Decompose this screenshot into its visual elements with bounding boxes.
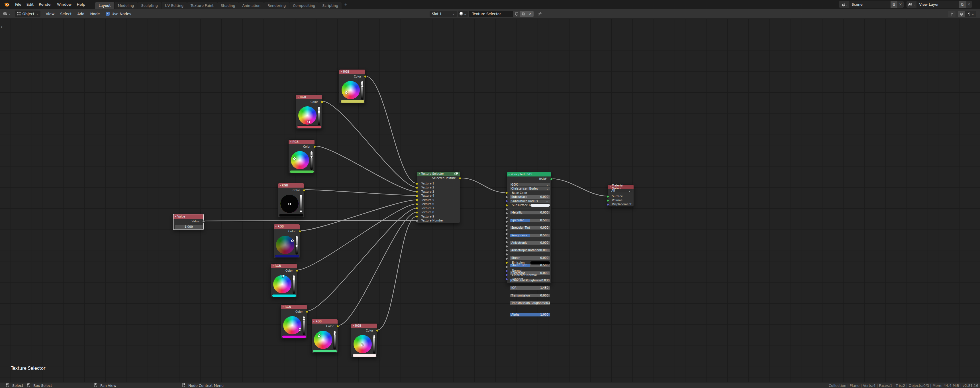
slider-specular[interactable]: Specular0.500	[510, 219, 550, 222]
slider-transmission-roughness[interactable]: Transmission Roughness0.000	[510, 301, 550, 305]
color-swatch[interactable]	[275, 255, 299, 258]
input-socket-metallic[interactable]	[505, 208, 508, 211]
tab-scripting[interactable]: Scripting	[319, 2, 342, 9]
collapse-icon[interactable]: ▾	[290, 141, 291, 143]
slider-ior[interactable]: IOR1.450	[510, 286, 550, 290]
rgb-node-3[interactable]: ▾RGBColor	[288, 139, 315, 174]
color-output-socket[interactable]	[321, 101, 323, 103]
view-layer-icon[interactable]: ⌄	[907, 1, 916, 8]
slider-specular-tint[interactable]: Specular Tint0.000	[510, 226, 550, 230]
input-socket-alpha[interactable]	[505, 266, 508, 268]
material-output-node[interactable]: ▾Material OutputAll⌄SurfaceVolumeDisplac…	[608, 184, 634, 207]
value-number-field[interactable]: 1.000	[175, 225, 202, 229]
input-socket-anisotropic[interactable]	[505, 225, 508, 227]
color-output-socket[interactable]	[296, 270, 298, 272]
collapse-icon[interactable]: ▾	[298, 96, 299, 98]
value-slider-handle[interactable]	[310, 155, 313, 158]
scene-icon[interactable]: ⌄	[839, 1, 849, 8]
color-swatch[interactable]	[297, 125, 321, 128]
collapse-icon[interactable]: ▾	[275, 225, 277, 228]
view-layer-copy-button[interactable]: ⧉	[959, 1, 966, 8]
color-swatch[interactable]	[352, 354, 377, 357]
tab-modeling[interactable]: Modeling	[115, 2, 138, 9]
input-socket-roughness[interactable]	[505, 220, 508, 223]
add-workspace-button[interactable]: +	[342, 1, 350, 8]
input-socket-texture-9[interactable]	[416, 215, 418, 218]
wheel-cursor[interactable]	[288, 203, 291, 205]
tab-rendering[interactable]: Rendering	[264, 2, 289, 9]
target-dropdown[interactable]: All⌄	[610, 189, 632, 192]
slider-metallic[interactable]: Metallic0.000	[510, 211, 550, 214]
input-socket-texture-1[interactable]	[416, 182, 418, 185]
collapse-icon[interactable]: ▾	[419, 173, 420, 175]
dropdown-subsurface-radius[interactable]: Subsurface Radius⌄	[510, 200, 550, 203]
principled-bsdf-node[interactable]: ▾Principled BSDFBSDFGGX⌄Christensen-Burl…	[506, 172, 552, 284]
snap-mode-dropdown[interactable]: ⌄	[965, 11, 976, 17]
color-output-socket[interactable]	[299, 230, 301, 233]
color-output-socket[interactable]	[364, 75, 367, 78]
rgb-node-6[interactable]: ▾RGBColor	[270, 263, 297, 298]
rgb-node-1[interactable]: ▾RGBColor	[339, 69, 366, 104]
color-swatch[interactable]	[313, 350, 337, 353]
collapse-icon[interactable]: ▾	[273, 265, 274, 267]
wheel-cursor[interactable]	[293, 157, 296, 160]
input-socket-transmission[interactable]	[505, 253, 508, 256]
color-output-socket[interactable]	[376, 329, 379, 332]
value-slider[interactable]	[318, 106, 320, 125]
collapse-icon[interactable]: ▾	[283, 306, 284, 308]
input-socket-texture-5[interactable]	[416, 199, 418, 201]
collapse-icon[interactable]: ▾	[175, 216, 177, 218]
input-socket-emission[interactable]	[505, 262, 508, 264]
scene-copy-button[interactable]: ⧉	[891, 1, 897, 8]
rgb-node-9[interactable]: ▾RGBColor	[351, 323, 377, 358]
color-swatch[interactable]	[279, 214, 304, 217]
rgb-node-3-header[interactable]: ▾RGB	[289, 140, 315, 144]
rgb-node-5[interactable]: ▾RGBColor	[274, 224, 300, 258]
input-socket-texture-7[interactable]	[416, 207, 418, 209]
value-slider-handle[interactable]	[361, 85, 364, 88]
value-slider[interactable]	[361, 81, 364, 100]
value-slider-handle[interactable]	[302, 318, 305, 321]
scene-unlink-button[interactable]: ✕	[897, 1, 904, 8]
input-socket-sheen-tint[interactable]	[505, 237, 508, 240]
collapse-icon[interactable]: ▾	[353, 325, 354, 327]
value-node[interactable]: ▾ValueValue1.000	[173, 214, 204, 230]
selected-texture-output-socket[interactable]	[459, 177, 461, 180]
input-socket-specular[interactable]	[505, 212, 508, 215]
rgb-node-2[interactable]: ▾RGBColor	[296, 95, 322, 129]
texture-selector-group-node-header[interactable]: ▾Texture Selector	[417, 172, 460, 176]
input-socket-clearcoat[interactable]	[505, 241, 508, 243]
slider-anisotropic-rotation[interactable]: Anisotropic Rotation0.000	[510, 249, 550, 252]
slider-anisotropic[interactable]: Anisotropic0.000	[510, 241, 550, 244]
use-nodes-toggle[interactable]: ✓ Use Nodes	[106, 12, 131, 16]
material-output-node-header[interactable]: ▾Material Output	[608, 185, 633, 189]
material-browse-button[interactable]: ⌄	[458, 11, 468, 17]
slot-dropdown[interactable]: Slot 1 ⌄	[430, 11, 457, 17]
input-socket-texture-3[interactable]	[416, 190, 418, 193]
collapse-icon[interactable]: ▾	[313, 321, 315, 323]
rgb-node-8[interactable]: ▾RGBColor	[311, 319, 338, 353]
input-socket-sheen[interactable]	[505, 233, 508, 235]
view-layer-name[interactable]: View Layer	[916, 1, 959, 8]
color-output-socket[interactable]	[303, 189, 305, 192]
wheel-cursor[interactable]	[345, 91, 348, 94]
material-name-field[interactable]: Texture Selector	[469, 11, 513, 17]
node-editor[interactable]: › Texture Selector ▾RGBColor▾RGBColor▾RG…	[0, 19, 980, 382]
collapse-icon[interactable]: ▾	[341, 71, 342, 73]
view-layer-remove-button[interactable]: ✕	[966, 1, 972, 8]
rgb-node-7-header[interactable]: ▾RGB	[281, 305, 307, 309]
rgb-node-2-header[interactable]: ▾RGB	[296, 95, 322, 99]
slider-subsurface[interactable]: Subsurface0.000	[510, 195, 550, 199]
wheel-cursor[interactable]	[307, 121, 310, 123]
input-socket-subsurface[interactable]	[505, 196, 508, 198]
color-output-socket[interactable]	[313, 145, 316, 148]
bsdf-output-socket[interactable]	[550, 178, 553, 180]
region-toggle-icon[interactable]: ›	[1, 24, 3, 29]
material-copy-button[interactable]: ⧉	[520, 11, 527, 17]
mode-dropdown[interactable]: Object ⌄	[15, 11, 41, 17]
input-socket-texture-6[interactable]	[416, 203, 418, 206]
input-socket-base-color[interactable]	[505, 192, 508, 194]
go-to-parent-tree-button[interactable]	[948, 11, 956, 17]
input-socket-normal[interactable]	[505, 270, 508, 272]
input-socket-subsurface-radius[interactable]	[505, 200, 508, 203]
